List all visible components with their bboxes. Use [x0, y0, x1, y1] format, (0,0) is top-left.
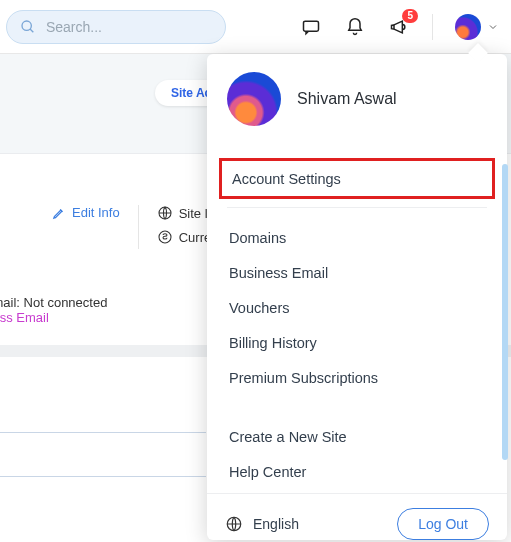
divider: [432, 14, 433, 40]
language-selector[interactable]: English: [225, 515, 299, 533]
globe-icon: [225, 515, 243, 533]
edit-info-label: Edit Info: [72, 205, 120, 220]
menu: Account Settings Domains Business Email …: [207, 146, 507, 493]
connect-email-link[interactable]: Business Email: [0, 310, 49, 325]
divider: [138, 205, 139, 249]
globe-icon: [157, 205, 173, 221]
line: [0, 432, 206, 433]
menu-domains[interactable]: Domains: [207, 220, 507, 255]
notification-badge: 5: [402, 9, 418, 23]
edit-info-link[interactable]: Edit Info: [0, 205, 120, 220]
avatar: [455, 14, 481, 40]
profile-header: Shivam Aswal: [207, 54, 507, 140]
svg-point-0: [22, 21, 31, 30]
business-email-row: ess Email: Not connected Business Email: [0, 295, 107, 325]
menu-account-settings[interactable]: Account Settings: [219, 158, 495, 199]
scrollbar[interactable]: [502, 164, 508, 460]
profile-trigger[interactable]: [455, 14, 499, 40]
search-input[interactable]: [46, 19, 213, 35]
top-icon-group: 5: [300, 14, 499, 40]
menu-billing-history[interactable]: Billing History: [207, 325, 507, 360]
menu-vouchers[interactable]: Vouchers: [207, 290, 507, 325]
flyout-footer: English Log Out: [207, 493, 507, 542]
avatar: [227, 72, 281, 126]
chevron-down-icon: [487, 21, 499, 33]
profile-flyout: Shivam Aswal Account Settings Domains Bu…: [207, 54, 507, 540]
chat-icon[interactable]: [300, 16, 322, 38]
profile-name: Shivam Aswal: [297, 90, 397, 108]
top-bar: 5: [0, 0, 511, 54]
menu-premium-subscriptions[interactable]: Premium Subscriptions: [207, 360, 507, 395]
menu-business-email[interactable]: Business Email: [207, 255, 507, 290]
logout-button[interactable]: Log Out: [397, 508, 489, 540]
svg-rect-2: [304, 21, 319, 31]
search-box[interactable]: [6, 10, 226, 44]
megaphone-icon[interactable]: 5: [388, 16, 410, 38]
bell-icon[interactable]: [344, 16, 366, 38]
email-status: ess Email: Not connected: [0, 295, 107, 310]
search-icon: [19, 16, 38, 38]
menu-help-center[interactable]: Help Center: [207, 454, 507, 489]
mid-row: Edit Info Site la Curre: [0, 205, 215, 249]
line: [0, 476, 206, 477]
language-label: English: [253, 516, 299, 532]
menu-create-site[interactable]: Create a New Site: [207, 419, 507, 454]
currency-icon: [157, 229, 173, 245]
svg-point-4: [159, 231, 171, 243]
pencil-icon: [52, 206, 66, 220]
svg-line-1: [30, 29, 33, 32]
